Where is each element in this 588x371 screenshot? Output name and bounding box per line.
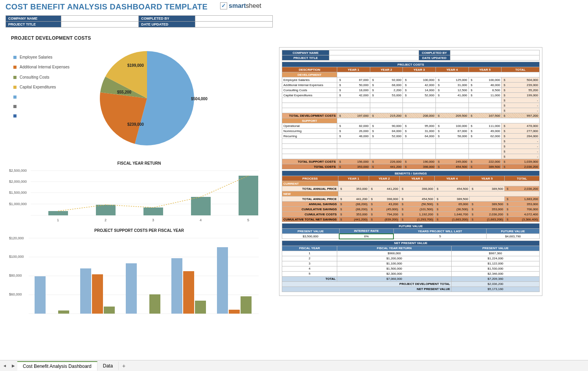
svg-text:$100,000: $100,000 [9,255,24,259]
svg-rect-36 [92,274,103,314]
pie-legend: Employee Salaries Additional Internal Ex… [13,55,76,153]
svg-text:4: 4 [200,218,202,222]
date-updated-input[interactable] [195,22,272,28]
svg-text:3: 3 [152,218,154,222]
project-title-label: PROJECT TITLE [6,22,61,28]
svg-rect-40 [149,294,160,314]
info-table-left: COMPANY NAME COMPLETED BY PROJECT TITLE … [6,15,273,28]
svg-rect-17 [239,176,258,215]
svg-text:$60,000: $60,000 [9,292,22,296]
tab-dashboard[interactable]: Cost Benefit Analysis Dashboard [17,361,97,371]
pdc-title: PROJECT DEVELOPMENT COSTS [11,35,273,41]
svg-rect-16 [191,197,211,215]
npv-table: NET PRESENT VALUE FISCAL YEARFISCAL YEAR… [282,241,540,292]
project-costs-table: PROJECT COSTS DESCRIPTION YEAR 1 YEAR 2 … [282,62,540,169]
r-company-input[interactable] [329,50,419,55]
svg-text:$2,000,000: $2,000,000 [9,180,27,184]
check-icon [220,2,227,9]
completed-by-label: COMPLETED BY [139,16,195,22]
future-value-table: FUTURE VALUE PRESENT VALUEINTEREST RATEY… [282,223,540,239]
svg-text:5: 5 [247,218,249,222]
svg-rect-37 [104,307,115,314]
fiscal-year-return-chart: $2,500,000 $2,000,000 $1,500,000 $1,000,… [7,166,259,225]
svg-rect-43 [195,301,206,314]
r-completed-input[interactable] [450,50,540,55]
svg-rect-15 [143,208,163,215]
psc-title: PROJECT SUPPORT COSTS PER FISCAL YEAR [6,228,273,233]
svg-text:$2,500,000: $2,500,000 [9,169,27,173]
tab-data[interactable]: Data [97,362,119,370]
svg-rect-13 [48,211,68,215]
svg-text:$80,000: $80,000 [9,274,22,277]
left-dashboard: COST BENEFIT ANALYSIS DASHBOARD TEMPLATE… [6,2,273,316]
svg-rect-35 [80,268,91,314]
support-costs-chart: $120,000 $100,000 $80,000 $60,000 [7,233,259,316]
svg-rect-14 [96,205,116,215]
svg-text:$120,000: $120,000 [9,236,24,240]
svg-rect-44 [217,247,228,314]
interest-rate-cell[interactable]: 6% [339,234,393,239]
smartsheet-logo: smartsheet [220,2,261,9]
pie-chart: $504,000 $239,000 $55,200 $199,000 [84,43,210,153]
svg-rect-45 [229,310,240,314]
r-project-input[interactable] [329,55,419,61]
tab-next-icon[interactable]: ▶ [9,362,17,370]
company-name-input[interactable] [61,16,138,22]
svg-rect-32 [35,276,46,314]
svg-rect-41 [171,258,182,314]
svg-rect-38 [126,263,137,314]
svg-text:2: 2 [105,218,107,222]
svg-text:$239,000: $239,000 [127,122,144,127]
fyr-title: FISCAL YEAR RETURN [6,161,273,165]
svg-text:1: 1 [57,218,59,222]
completed-by-input[interactable] [195,16,272,22]
company-name-label: COMPANY NAME [6,16,61,22]
tab-prev-icon[interactable]: ◄ [1,362,9,370]
benefits-table: BENEFITS / SAVINGS PROCESS YEAR 1YEAR 2Y… [282,171,540,222]
project-title-input[interactable] [61,22,138,28]
svg-text:$55,200: $55,200 [117,90,132,94]
svg-rect-42 [183,271,194,314]
r-date-input[interactable] [450,55,540,61]
tab-add-icon[interactable]: + [119,363,129,369]
right-data-sheet: COMPANY NAME COMPLETED BY PROJECT TITLE … [279,47,542,296]
sheet-tabs: ◄ ▶ Cost Benefit Analysis Dashboard Data… [0,360,588,371]
svg-text:$199,000: $199,000 [127,63,144,68]
svg-text:$1,000,000: $1,000,000 [9,202,27,206]
svg-text:$504,000: $504,000 [191,97,208,101]
svg-rect-34 [58,310,69,314]
date-updated-label: DATE UPDATED [139,22,195,28]
svg-text:$1,500,000: $1,500,000 [9,191,27,195]
svg-rect-46 [241,296,252,314]
